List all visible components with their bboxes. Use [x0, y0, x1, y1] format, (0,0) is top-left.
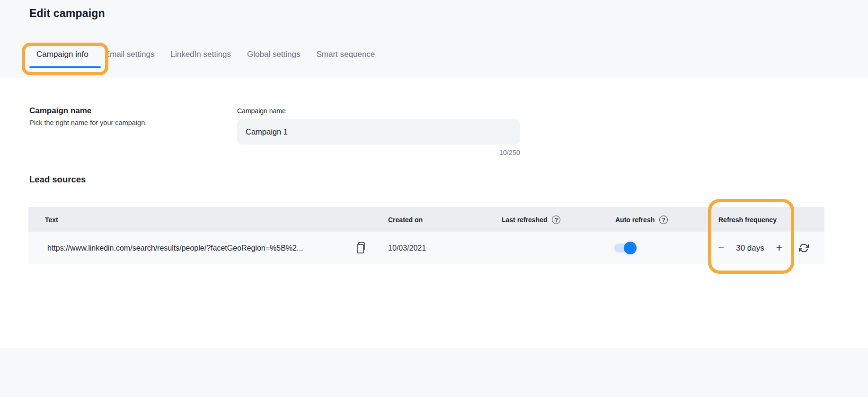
toggle-track[interactable]	[614, 244, 635, 253]
lead-source-created-on: 10/03/2021	[388, 232, 426, 264]
column-header-last-refreshed: Last refreshed ?	[502, 207, 560, 232]
tab-global-settings[interactable]: Global settings	[247, 50, 300, 59]
tab-email-settings[interactable]: Email settings	[105, 50, 155, 59]
footer-bar: Cancel Save	[0, 348, 868, 397]
campaign-name-description: Pick the right name for your campaign.	[29, 119, 147, 126]
toggle-knob[interactable]	[624, 242, 637, 254]
refresh-frequency-value: 30 days	[736, 244, 764, 253]
tab-campaign-info[interactable]: Campaign info	[36, 50, 89, 59]
tab-smart-sequence[interactable]: Smart sequence	[317, 50, 375, 59]
refresh-frequency-stepper: − 30 days +	[717, 232, 783, 264]
increase-frequency-button[interactable]: +	[775, 243, 783, 253]
auto-refresh-toggle[interactable]	[614, 232, 635, 264]
refresh-now-icon[interactable]	[799, 232, 809, 264]
active-tab-underline	[29, 66, 101, 68]
lead-sources-table: Text Created on Last refreshed ? Auto re…	[28, 207, 824, 264]
edit-campaign-screen: Edit campaign Campaign info Email settin…	[0, 0, 868, 397]
column-header-created-on: Created on	[388, 207, 423, 232]
column-header-refresh-frequency: Refresh frequency	[718, 207, 777, 232]
header-band: Edit campaign Campaign info Email settin…	[0, 0, 868, 78]
lead-sources-heading: Lead sources	[29, 174, 86, 185]
column-header-auto-refresh: Auto refresh ?	[615, 207, 668, 232]
lead-source-url[interactable]: https://www.linkedin.com/search/results/…	[47, 232, 303, 264]
char-count: 10/250	[237, 149, 520, 156]
tab-linkedin-settings[interactable]: LinkedIn settings	[170, 50, 231, 59]
copy-icon[interactable]	[356, 232, 367, 264]
campaign-name-input-label: Campaign name	[237, 107, 286, 115]
help-icon[interactable]: ?	[552, 216, 560, 224]
page-title: Edit campaign	[29, 7, 105, 20]
tab-bar: Campaign info Email settings LinkedIn se…	[36, 50, 375, 59]
campaign-name-input[interactable]	[237, 119, 520, 144]
campaign-name-heading: Campaign name	[29, 106, 91, 116]
help-icon[interactable]: ?	[659, 216, 668, 224]
column-header-text: Text	[45, 207, 58, 232]
table-header-row: Text Created on Last refreshed ? Auto re…	[28, 207, 824, 232]
lead-source-row: https://www.linkedin.com/search/results/…	[28, 232, 824, 264]
decrease-frequency-button[interactable]: −	[717, 243, 725, 253]
